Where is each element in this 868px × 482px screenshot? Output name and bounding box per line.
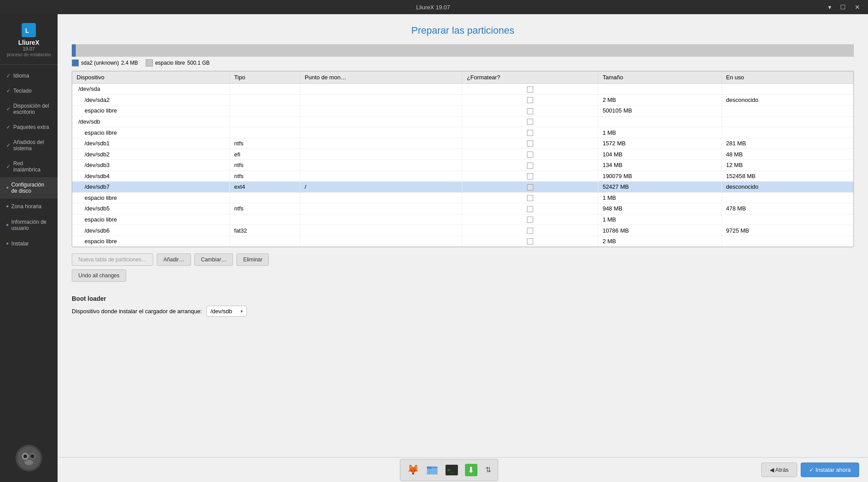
table-row[interactable]: /dev/sdb7 ext4 / 52427 MB desconocido [72,182,853,193]
table-row[interactable]: /dev/sdb1 ntfs 1572 MB 281 MB [72,138,853,149]
anadir-btn[interactable]: Añadir… [157,253,191,266]
taskbar-installer-icon[interactable]: ⬇ [462,461,480,479]
cell-punto [300,159,462,171]
col-punto: Punto de mon… [300,71,462,84]
cell-format [462,203,598,214]
check-icon: ✓ [6,106,11,112]
table-row[interactable]: /dev/sdb2 efi 104 MB 48 MB [72,149,853,160]
back-btn[interactable]: ◀ Atrás [761,463,797,477]
eliminar-btn[interactable]: Eliminar [236,253,269,266]
cell-tipo: efi [229,149,300,160]
format-checkbox[interactable] [527,163,533,169]
main-container: L LliureX 19.07 proceso de instalación ✓… [0,14,868,482]
svg-point-6 [31,455,34,458]
table-row[interactable]: /dev/sda [72,84,853,95]
table-row[interactable]: /dev/sdb5 ntfs 948 MB 478 MB [72,203,853,214]
cell-format [462,105,598,117]
cambiar-btn[interactable]: Cambiar… [194,253,233,266]
sidebar-item-disposicion[interactable]: ✓ Disposición del escritorio [0,98,58,120]
sidebar-item-anadidos[interactable]: ✓ Añadidos del sistema [0,135,58,156]
cell-tamano: 134 MB [598,159,721,171]
undo-changes-btn[interactable]: Undo all changes [72,269,126,282]
sidebar-logo: L [22,23,36,37]
titlebar-maximize-btn[interactable]: ☐ [837,3,849,12]
sidebar-item-red[interactable]: ✓ Red inalámbrica [0,156,58,177]
cell-punto [300,94,462,105]
cell-tamano: 10786 MB [598,225,721,236]
dot-icon: • [6,240,9,247]
cell-en-uso [721,214,853,225]
cell-punto: / [300,182,462,193]
cell-tipo [229,105,300,117]
format-checkbox[interactable] [527,119,533,125]
format-checkbox[interactable] [527,97,533,103]
cell-en-uso: 152458 MB [721,171,853,182]
titlebar-minimize-btn[interactable]: ▾ [825,3,834,12]
cell-tamano: 1572 MB [598,138,721,149]
boot-device-select[interactable]: /dev/sdb/dev/sda/dev/sdb1/dev/sdb2 [206,306,247,317]
boot-device-select-wrapper[interactable]: /dev/sdb/dev/sda/dev/sdb1/dev/sdb2 [206,306,247,317]
table-row[interactable]: espacio libre 500105 MB [72,105,853,117]
sidebar-item-instalar[interactable]: • Instalar [0,236,58,252]
sidebar-header: L LliureX 19.07 proceso de instalación [0,19,58,65]
boot-loader-section: Boot loader Dispositivo donde instalar e… [72,290,854,324]
format-checkbox[interactable] [527,206,533,212]
format-checkbox[interactable] [527,130,533,136]
cell-tipo: ntfs [229,171,300,182]
table-row[interactable]: /dev/sdb4 ntfs 190079 MB 152458 MB [72,171,853,182]
table-row[interactable]: /dev/sdb3 ntfs 134 MB 12 MB [72,159,853,171]
cell-punto [300,171,462,182]
cell-tamano: 1 MB [598,214,721,225]
format-checkbox[interactable] [527,238,533,245]
format-checkbox[interactable] [527,184,533,190]
format-checkbox[interactable] [527,140,533,147]
col-formatear: ¿Formatear? [462,71,598,84]
sidebar-item-paquetes[interactable]: ✓ Paquetes extra [0,120,58,135]
cell-device: espacio libre [72,127,229,138]
cell-format [462,116,598,127]
dot-icon: • [6,184,9,191]
table-row[interactable]: espacio libre 1 MB [72,192,853,203]
taskbar-firefox-icon[interactable]: 🦊 [404,461,422,479]
taskbar-files-icon[interactable] [423,461,441,479]
format-checkbox[interactable] [527,152,533,158]
cell-en-uso: 12 MB [721,159,853,171]
format-checkbox[interactable] [527,217,533,223]
cell-punto [300,236,462,247]
legend-color-blue [72,59,79,66]
table-row[interactable]: espacio libre 1 MB [72,214,853,225]
titlebar-close-btn[interactable]: ✕ [852,3,863,12]
table-row[interactable]: espacio libre 2 MB [72,236,853,247]
sidebar-footer [0,439,58,477]
boot-loader-row: Dispositivo donde instalar el cargador d… [72,306,854,317]
titlebar-controls[interactable]: ▾ ☐ ✕ [825,3,863,12]
format-checkbox[interactable] [527,86,533,93]
format-checkbox[interactable] [527,195,533,201]
format-checkbox[interactable] [527,228,533,234]
legend-color-gray [146,59,153,66]
format-checkbox[interactable] [527,108,533,114]
sidebar-item-info-usuario[interactable]: • Información de usuario [0,214,58,236]
partition-table-wrapper: Dispositivo Tipo Punto de mon… ¿Formatea… [72,71,854,247]
cell-tipo [229,192,300,203]
install-now-btn[interactable]: ✓ Instalar ahora [801,463,859,477]
sidebar-item-teclado[interactable]: ✓ Teclado [0,83,58,98]
legend-free: espacio libre 500.1 GB [146,59,209,66]
boot-loader-title: Boot loader [72,295,854,302]
cell-tamano [598,116,721,127]
nueva-tabla-btn[interactable]: Nueva tabla de particiones… [72,253,153,266]
table-row[interactable]: espacio libre 1 MB [72,127,853,138]
sidebar-item-idioma[interactable]: ✓ Idioma [0,68,58,83]
cell-en-uso [721,84,853,95]
format-checkbox[interactable] [527,173,533,179]
cell-format [462,225,598,236]
cell-tipo: ntfs [229,138,300,149]
sidebar-item-zona-horaria[interactable]: • Zona horaria [0,198,58,214]
cell-en-uso: desconocido [721,94,853,105]
taskbar-expand-btn[interactable]: ⇅ [482,464,494,476]
table-row[interactable]: /dev/sdb [72,116,853,127]
sidebar-item-config-disco[interactable]: • Configuración de disco [0,177,58,198]
taskbar-terminal-icon[interactable]: >_ [443,461,461,479]
table-row[interactable]: /dev/sdb6 fat32 10786 MB 9725 MB [72,225,853,236]
table-row[interactable]: /dev/sda2 2 MB desconocido [72,94,853,105]
